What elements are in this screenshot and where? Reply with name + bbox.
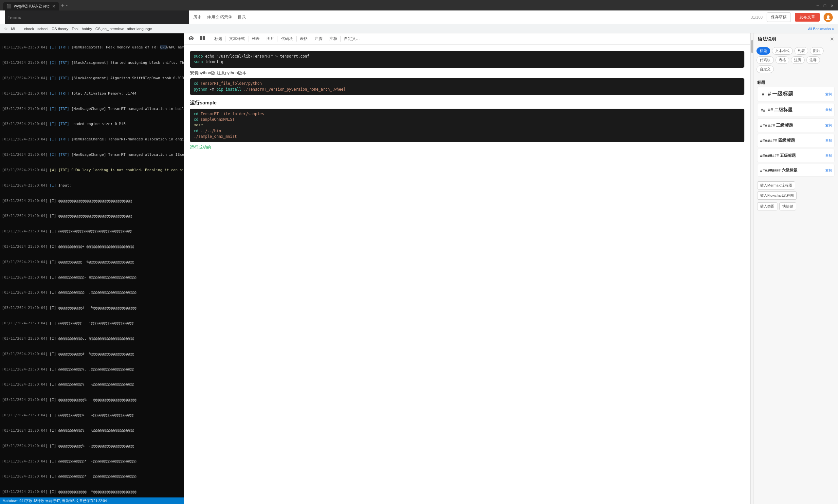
- toolbar-separator: [326, 36, 326, 41]
- heading-h2-label: ## 二级标题: [768, 106, 823, 114]
- terminal-line: [03/11/2024-21:20:04] [I] [TRT] [MemUsag…: [2, 106, 182, 112]
- grammar-tab-custom[interactable]: 自定义: [756, 66, 774, 73]
- grammar-panel: 语法说明 ✕ 标题 文本样式 列表 图片 代码块 表格 注脚 注释 自定义 标题: [753, 33, 838, 504]
- svg-rect-3: [203, 36, 205, 40]
- active-tab[interactable]: ⬛ wyq@ZHUANZ: /etc ✕: [3, 2, 59, 11]
- grammar-close-button[interactable]: ✕: [830, 36, 834, 42]
- heading-h4-row[interactable]: #### #### 四级标题 复制: [757, 134, 835, 147]
- nav-history[interactable]: 历史: [193, 14, 202, 20]
- heading-h5-label: ##### 五级标题: [768, 151, 823, 160]
- grammar-tab-text-style[interactable]: 文本样式: [772, 47, 793, 55]
- terminal-line: [03/11/2024-21:20:04] [W] [TRT] CUDA laz…: [2, 167, 182, 173]
- heading-h3-row[interactable]: ### ### 三级标题 复制: [757, 119, 835, 132]
- md-heading-button[interactable]: 标题: [212, 35, 224, 42]
- split-view-button[interactable]: [198, 35, 207, 42]
- toolbar-separator: [296, 36, 297, 41]
- close-button[interactable]: ✕: [831, 3, 834, 8]
- grammar-tab-footnote[interactable]: 注脚: [791, 56, 805, 64]
- bookmark-ml[interactable]: ML: [11, 27, 16, 31]
- insert-buttons-section: 插入Mermaid流程图 插入Flowchart流程图 插入类图 快捷键: [757, 181, 835, 211]
- keyboard-shortcut-button[interactable]: 快捷键: [780, 202, 796, 211]
- copy-h1-button[interactable]: 复制: [825, 92, 832, 96]
- grammar-body[interactable]: 标题 # # 一级标题 复制 ## ## 二级标题 复制 ### ### 三级标…: [754, 75, 838, 504]
- md-footnote-button[interactable]: 注脚: [313, 35, 324, 42]
- bookmark-hobby[interactable]: hobby: [82, 27, 92, 31]
- svg-point-1: [826, 18, 831, 20]
- terminal-line: [03/11/2024-21:20:04] [I] @@@@@@@@@@@# %…: [2, 352, 182, 357]
- insert-uml-button[interactable]: 插入类图: [757, 202, 778, 211]
- tab-menu-button[interactable]: ▾: [66, 3, 68, 7]
- md-image-button[interactable]: 图片: [265, 35, 276, 42]
- bookmark-cs-job[interactable]: CS job_interview: [95, 27, 123, 31]
- terminal-line: [03/11/2024-21:20:04] [I] @@@@@@@@@@@ :@…: [2, 321, 182, 326]
- svg-point-0: [827, 15, 830, 18]
- code-line: cd TensorRT_file_folder/samples: [194, 111, 741, 117]
- terminal-line: [03/11/2024-21:20:04] [I] @@@@@@@@@@@+ @…: [2, 244, 182, 249]
- toolbar-separator: [248, 36, 248, 41]
- md-comment-button[interactable]: 注释: [327, 35, 339, 42]
- terminal-line: [03/11/2024-21:20:04] [I] @@@@@@@@@@@@% …: [2, 397, 182, 402]
- bookmark-school[interactable]: school: [37, 27, 48, 31]
- heading-h6-row[interactable]: ###### ###### 六级标题 复制: [757, 164, 835, 177]
- copy-h5-button[interactable]: 复制: [825, 154, 832, 158]
- grammar-tab-list[interactable]: 列表: [795, 47, 808, 55]
- toolbar-separator: [211, 36, 211, 41]
- publish-button[interactable]: 发布文章: [795, 13, 820, 22]
- hash-icon: ######: [760, 168, 766, 173]
- bookmark-star-icon[interactable]: ☆: [4, 26, 8, 31]
- save-draft-button[interactable]: 保存草稿: [767, 13, 791, 22]
- md-custom-button[interactable]: 自定义…: [342, 35, 362, 42]
- copy-h2-button[interactable]: 复制: [825, 108, 832, 112]
- copy-h3-button[interactable]: 复制: [825, 123, 832, 128]
- bookmark-cs-theory[interactable]: CS theory: [52, 27, 68, 31]
- grammar-tab-code[interactable]: 代码块: [756, 56, 774, 64]
- md-table-button[interactable]: 表格: [298, 35, 310, 42]
- terminal-line: [03/11/2024-21:20:04] [I] [TRT] Loaded e…: [2, 122, 182, 127]
- terminal-line: [03/11/2024-21:20:04] [I] @@@@@@@@@@@@@ …: [2, 489, 182, 494]
- bookmarks-more-button[interactable]: All Bookmarks »: [808, 27, 834, 31]
- terminal-line: [03/11/2024-21:20:04] [I] [TRT] [BlockAs…: [2, 76, 182, 81]
- content-area: [03/11/2024-21:20:04] [I] [TRT] [MemUsag…: [0, 33, 838, 504]
- copy-h4-button[interactable]: 复制: [825, 139, 832, 143]
- maximize-button[interactable]: □: [824, 3, 826, 8]
- bookmark-tool[interactable]: Tool: [72, 27, 78, 31]
- minimize-button[interactable]: —: [817, 3, 819, 8]
- insert-flowchart-button[interactable]: 插入Flowchart流程图: [757, 192, 797, 200]
- md-code-button[interactable]: 代码块: [279, 35, 295, 42]
- heading-h1-label: # 一级标题: [768, 89, 823, 99]
- grammar-tab-image[interactable]: 图片: [810, 47, 824, 55]
- code-line: make: [194, 122, 741, 128]
- terminal-panel: [03/11/2024-21:20:04] [I] [TRT] [MemUsag…: [0, 33, 184, 504]
- blog-header-right: 31/100 保存草稿 发布文章: [751, 13, 833, 22]
- md-editor-body[interactable]: sudo echo "/usr/local/lib/TensorRT" > te…: [184, 44, 750, 504]
- md-list-button[interactable]: 列表: [250, 35, 262, 42]
- grammar-tab-heading[interactable]: 标题: [756, 47, 770, 55]
- terminal-line: [03/11/2024-21:20:04] [I] @@@@@@@@@@@@* …: [2, 459, 182, 464]
- markdown-editor: 标题 文本样式 列表 图片 代码块 表格 注脚 注释 自定义…: [184, 33, 750, 504]
- insert-mermaid-button[interactable]: 插入Mermaid流程图: [757, 181, 795, 190]
- editor-scrollbar[interactable]: [750, 33, 753, 504]
- grammar-tab-comment[interactable]: 注释: [806, 56, 820, 64]
- heading-h2-row[interactable]: ## ## 二级标题 复制: [757, 103, 835, 117]
- bookmark-ebook[interactable]: ebook: [24, 27, 34, 31]
- bookmark-other-lang[interactable]: other language: [127, 27, 152, 31]
- tab-close-button[interactable]: ✕: [52, 4, 56, 9]
- heading-h5-row[interactable]: ##### ##### 五级标题 复制: [757, 149, 835, 162]
- terminal-body[interactable]: [03/11/2024-21:20:04] [I] [TRT] [MemUsag…: [0, 33, 184, 498]
- tab-label: wyq@ZHUANZ: /etc: [14, 4, 50, 8]
- new-tab-button[interactable]: +: [61, 2, 65, 9]
- hash-icon: #####: [760, 153, 766, 158]
- grammar-tab-table[interactable]: 表格: [775, 56, 789, 64]
- nav-docs[interactable]: 使用文档示例: [207, 14, 232, 20]
- terminal-line: [03/11/2024-21:20:04] [I] @@@@@@@@@@@% .…: [2, 444, 182, 449]
- md-text-style-button[interactable]: 文本样式: [227, 35, 247, 42]
- scrollbar-thumb[interactable]: [751, 40, 753, 53]
- user-avatar[interactable]: [824, 13, 833, 22]
- nav-toc[interactable]: 目录: [238, 14, 246, 20]
- preview-toggle-button[interactable]: [186, 35, 196, 42]
- copy-h6-button[interactable]: 复制: [825, 168, 832, 173]
- terminal-line: [03/11/2024-21:20:04] [I] @@@@@@@@@@@@@@…: [2, 213, 182, 219]
- heading-h1-row[interactable]: # # 一级标题 复制: [757, 87, 835, 102]
- code-line: cd TensorRT_file_folder/python: [194, 81, 741, 86]
- toolbar-separator: [226, 36, 226, 41]
